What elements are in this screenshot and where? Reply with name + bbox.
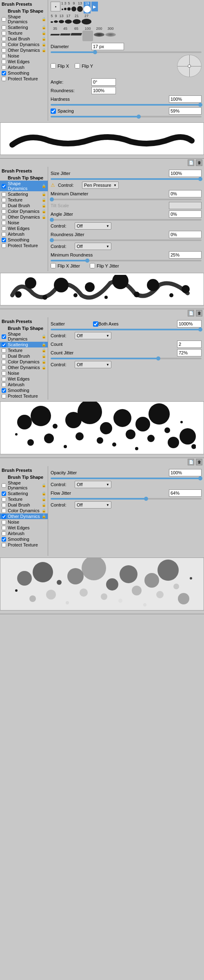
sidebar-item-scattering-4[interactable]: Scattering 🔒 — [0, 491, 48, 496]
angle-input[interactable] — [91, 78, 116, 86]
protect-texture-checkbox-3[interactable] — [2, 394, 6, 398]
flow-jitter-input[interactable] — [169, 489, 202, 497]
sidebar-item-dual-brush-4[interactable]: Dual Brush 🔒 — [0, 502, 48, 508]
brush-cell-s5[interactable]: 5 — [51, 14, 53, 26]
opacity-jitter-input[interactable] — [169, 469, 202, 476]
trash-icon-btn-4[interactable]: 🗑 — [196, 459, 202, 465]
brush-cell-5[interactable]: 5 — [67, 2, 71, 13]
sidebar-item-color-dynamics-3[interactable]: Color Dynamics 🔒 — [0, 359, 48, 365]
sidebar-item-shape-dynamics-2[interactable]: Shape Dynamics 🔒 — [0, 181, 48, 191]
sidebar-item-smoothing-3[interactable]: Smoothing — [0, 387, 48, 393]
sidebar-item-shape-dynamics-1[interactable]: Shape Dynamics 🔒 — [0, 14, 48, 24]
scattering-checkbox-4[interactable] — [2, 491, 6, 496]
smoothing-checkbox-1[interactable] — [2, 71, 6, 75]
scatter-input[interactable] — [177, 320, 202, 327]
spacing-checkbox[interactable] — [51, 108, 56, 114]
dual-brush-checkbox-2[interactable] — [2, 204, 6, 208]
size-jitter-track[interactable] — [51, 178, 202, 180]
noise-checkbox-4[interactable] — [2, 520, 6, 524]
shape-dynamics-checkbox-2[interactable] — [2, 184, 6, 188]
other-dynamics-checkbox-3[interactable] — [2, 365, 6, 370]
smoothing-checkbox-3[interactable] — [2, 388, 6, 393]
protect-texture-checkbox-2[interactable] — [2, 243, 6, 248]
brush-cell-s17[interactable]: 17 — [65, 14, 72, 26]
control-dropdown-1[interactable]: Pen Pressure ▼ — [82, 181, 119, 189]
brush-cell-s21[interactable]: 21 — [73, 14, 81, 26]
texture-checkbox-2[interactable] — [2, 198, 6, 202]
color-dynamics-checkbox-1[interactable] — [2, 42, 6, 47]
color-dynamics-checkbox-2[interactable] — [2, 209, 6, 214]
sidebar-item-color-dynamics-1[interactable]: Color Dynamics 🔒 — [0, 42, 48, 47]
smoothing-checkbox-4[interactable] — [2, 537, 6, 542]
scattering-checkbox-1[interactable] — [2, 25, 6, 30]
sidebar-item-shape-dynamics-3[interactable]: Shape Dynamics 🔒 — [0, 331, 48, 342]
sidebar-item-texture-3[interactable]: Texture 🔒 — [0, 347, 48, 353]
sidebar-item-noise-4[interactable]: Noise — [0, 519, 48, 525]
sidebar-item-color-dynamics-2[interactable]: Color Dynamics 🔒 — [0, 208, 48, 214]
shape-dynamics-checkbox-4[interactable] — [2, 483, 6, 488]
other-dynamics-checkbox-4[interactable] — [2, 514, 6, 519]
texture-checkbox-1[interactable] — [2, 31, 6, 35]
sidebar-item-scattering-3[interactable]: Scattering 🔒 — [0, 342, 48, 347]
size-jitter-input[interactable] — [169, 170, 202, 177]
sidebar-item-other-dynamics-1[interactable]: Other Dynamics 🔒 — [0, 47, 48, 53]
flip-y-checkbox[interactable] — [75, 63, 80, 69]
brush-cell-45[interactable]: 45 — [60, 27, 70, 41]
sidebar-item-protect-texture-3[interactable]: Protect Texture — [0, 393, 48, 399]
wet-edges-checkbox-4[interactable] — [2, 526, 6, 530]
sidebar-item-noise-2[interactable]: Noise — [0, 220, 48, 226]
sidebar-item-protect-texture-1[interactable]: Protect Texture — [0, 76, 48, 82]
control-scatter-dropdown[interactable]: Off ▼ — [75, 332, 111, 339]
airbrush-checkbox-2[interactable] — [2, 232, 6, 237]
brush-cell-s9[interactable]: 9 — [54, 14, 58, 26]
flow-jitter-track[interactable] — [51, 498, 202, 500]
control-opacity-dropdown[interactable]: Off ▼ — [75, 481, 111, 488]
color-dynamics-checkbox-3[interactable] — [2, 360, 6, 364]
diameter-slider-track[interactable] — [51, 51, 202, 53]
sidebar-item-protect-texture-2[interactable]: Protect Texture — [0, 243, 48, 248]
brush-cell-200[interactable]: 200 — [94, 27, 104, 41]
angle-jitter-input[interactable] — [169, 210, 202, 218]
dual-brush-checkbox-4[interactable] — [2, 503, 6, 507]
count-input[interactable] — [177, 341, 202, 348]
roundness-jitter-input[interactable] — [169, 231, 202, 238]
diameter-input[interactable] — [91, 43, 124, 50]
count-jitter-track[interactable] — [51, 358, 202, 359]
flip-y-jitter-checkbox[interactable] — [90, 263, 95, 268]
sidebar-item-brush-tip-shape-1[interactable]: Brush Tip Shape — [0, 8, 48, 14]
brush-cell-1[interactable] — [51, 2, 60, 11]
sidebar-item-other-dynamics-3[interactable]: Other Dynamics 🔒 — [0, 365, 48, 370]
sidebar-item-color-dynamics-4[interactable]: Color Dynamics 🔒 — [0, 508, 48, 513]
sidebar-item-wet-edges-1[interactable]: Wet Edges — [0, 59, 48, 64]
flip-x-checkbox[interactable] — [51, 63, 56, 69]
count-jitter-input[interactable] — [177, 349, 202, 356]
sidebar-item-airbrush-1[interactable]: Airbrush — [0, 64, 48, 70]
brush-cell-9[interactable]: 9 — [71, 2, 76, 13]
sidebar-item-brush-tip-2[interactable]: Brush Tip Shape — [0, 175, 48, 181]
brush-cell-s27[interactable]: 27 — [82, 14, 91, 26]
shape-dynamics-checkbox-1[interactable] — [2, 17, 6, 22]
brush-cell-2[interactable]: 1 — [61, 2, 63, 13]
brush-cell-s13[interactable]: 13 — [59, 14, 64, 26]
scroll-indicator[interactable]: ▶ — [91, 2, 98, 11]
sidebar-item-noise-1[interactable]: Noise — [0, 53, 48, 59]
sidebar-item-protect-texture-4[interactable]: Protect Texture — [0, 542, 48, 548]
sidebar-item-texture-2[interactable]: Texture 🔒 — [0, 197, 48, 203]
sidebar-item-wet-edges-3[interactable]: Wet Edges — [0, 376, 48, 382]
sidebar-item-airbrush-4[interactable]: Airbrush — [0, 531, 48, 536]
sidebar-item-dual-brush-3[interactable]: Dual Brush 🔒 — [0, 353, 48, 359]
hardness-slider-track[interactable] — [51, 104, 202, 106]
opacity-jitter-track[interactable] — [51, 478, 202, 479]
brush-cell-35[interactable]: 35 — [51, 27, 60, 41]
sidebar-item-scattering-1[interactable]: Scattering 🔒 — [0, 24, 48, 30]
roundness-jitter-track[interactable] — [51, 239, 202, 241]
brush-cell-65[interactable]: 65 — [71, 27, 82, 41]
other-dynamics-checkbox-1[interactable] — [2, 48, 6, 53]
airbrush-checkbox-4[interactable] — [2, 531, 6, 536]
min-roundness-input[interactable] — [169, 251, 202, 259]
trash-icon-btn-3[interactable]: 🗑 — [196, 310, 202, 316]
control-count-dropdown[interactable]: Off ▼ — [75, 361, 111, 368]
min-diameter-track[interactable] — [51, 199, 202, 200]
shape-dynamics-checkbox-3[interactable] — [2, 334, 6, 339]
spacing-input[interactable] — [169, 107, 202, 115]
